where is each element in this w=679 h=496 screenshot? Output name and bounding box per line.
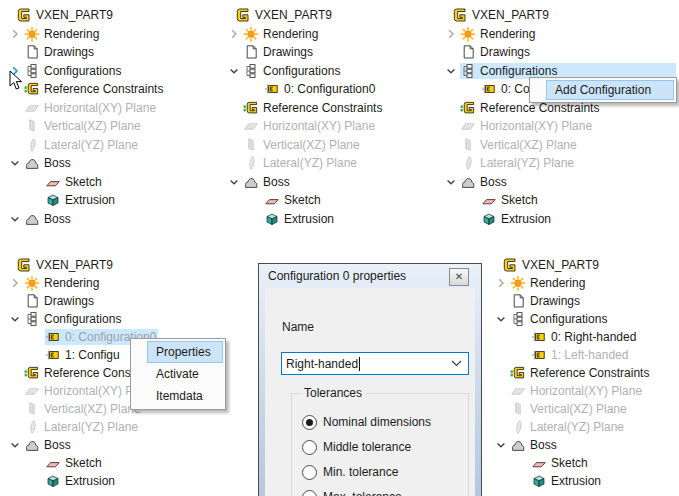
tree-row[interactable]: Rendering (490, 274, 651, 292)
chevron-expanded-icon[interactable] (6, 211, 24, 227)
tree-row[interactable]: Drawings (4, 43, 165, 62)
tree-row[interactable]: Boss (4, 436, 165, 454)
radio-option[interactable]: Min. tolerance (302, 464, 398, 480)
chevron-collapsed-icon[interactable] (225, 26, 243, 42)
tree-row[interactable]: Horizontal(XY) Plane (490, 382, 651, 400)
tree-row[interactable]: Lateral(YZ) Plane (490, 418, 651, 436)
tree-row[interactable]: Vertical(XZ) Plane (490, 400, 651, 418)
chevron-expanded-icon[interactable] (6, 437, 24, 453)
plane-v-icon (460, 137, 476, 153)
combo-chevron-icon[interactable] (451, 360, 462, 367)
radio-icon[interactable] (302, 465, 317, 480)
tree-row[interactable]: VXEN_PART9 (223, 6, 384, 25)
chevron-expanded-icon[interactable] (492, 437, 510, 453)
tree-row[interactable]: 0: Right-handed (490, 328, 651, 346)
tree-row[interactable]: Configurations (4, 310, 165, 328)
tree-item-label: Rendering (530, 276, 585, 290)
tree-row[interactable]: Reference Constraints (490, 364, 651, 382)
radio-icon[interactable] (302, 415, 317, 430)
tree-item-label: Extrusion (65, 193, 115, 207)
tree-row[interactable]: Sketch (440, 191, 676, 210)
chevron-collapsed-icon[interactable] (492, 275, 510, 291)
tree-item: Boss (24, 211, 73, 227)
menu-item[interactable]: Properties (147, 341, 223, 363)
tree-row[interactable]: Lateral(YZ) Plane (4, 418, 165, 436)
tree-row[interactable]: VXEN_PART9 (490, 256, 651, 274)
tree-row[interactable]: Boss (490, 436, 651, 454)
tree-row[interactable]: Vertical(XZ) Plane (4, 117, 165, 136)
chevron-expanded-icon[interactable] (6, 311, 24, 327)
tree-row[interactable]: VXEN_PART9 (4, 6, 165, 25)
chevron-collapsed-icon[interactable] (442, 26, 460, 42)
chevron-expanded-icon[interactable] (442, 174, 460, 190)
tree-row[interactable]: Lateral(YZ) Plane (4, 136, 165, 155)
tree-item-label: Vertical(XZ) Plane (44, 119, 141, 133)
tree-row[interactable]: Horizontal(XY) Plane (4, 99, 165, 118)
tree-row[interactable]: Lateral(YZ) Plane (223, 154, 384, 173)
tree-row[interactable]: Lateral(YZ) Plane (440, 154, 676, 173)
radio-option[interactable]: Nominal dimensions (302, 414, 431, 430)
tree-item: Drawings (243, 44, 315, 60)
cfgitem-icon (45, 347, 61, 363)
menu-item[interactable]: Add Configuration (546, 80, 674, 100)
tree-row[interactable]: Extrusion (4, 191, 165, 210)
radio-option[interactable]: Max. tolerance (302, 489, 402, 496)
tree-row[interactable]: Drawings (440, 43, 676, 62)
tree-row[interactable]: 0: Configuration0 (223, 80, 384, 99)
tree-row[interactable]: Extrusion (440, 210, 676, 229)
tree-item-label: Drawings (480, 45, 530, 59)
close-button[interactable]: ✕ (449, 268, 469, 286)
tree-row[interactable]: Boss (4, 154, 165, 173)
chevron-slot (442, 118, 460, 134)
tree-row[interactable]: Vertical(XZ) Plane (440, 136, 676, 155)
tree-row[interactable]: 1: Left-handed (490, 346, 651, 364)
radio-option[interactable]: Middle tolerance (302, 439, 411, 455)
tree-row[interactable]: Rendering (440, 25, 676, 44)
tree-row[interactable]: Configurations (490, 310, 651, 328)
name-combobox[interactable]: Right-handed (281, 352, 469, 375)
tree-row[interactable]: Boss (4, 210, 165, 229)
chevron-collapsed-icon[interactable] (6, 275, 24, 291)
chevron-expanded-icon[interactable] (492, 311, 510, 327)
tree-row[interactable]: Configurations (4, 62, 165, 81)
tree-row[interactable]: Rendering (223, 25, 384, 44)
tree-row[interactable]: Sketch (4, 173, 165, 192)
tree-item: Configurations (510, 311, 609, 327)
tree-row[interactable]: Rendering (4, 274, 165, 292)
menu-item[interactable]: Activate (147, 363, 223, 385)
tree-row[interactable]: Sketch (4, 454, 165, 472)
radio-label: Max. tolerance (323, 490, 402, 496)
chevron-expanded-icon[interactable] (225, 63, 243, 79)
tree-item: Boss (510, 437, 559, 453)
tree-row[interactable]: Rendering (4, 25, 165, 44)
tree-row[interactable]: Configurations (223, 62, 384, 81)
tree-row[interactable]: Boss (223, 173, 384, 192)
chevron-expanded-icon[interactable] (442, 63, 460, 79)
boss-icon (243, 174, 259, 190)
tree-row[interactable]: Extrusion (4, 472, 165, 490)
tree-row[interactable]: Horizontal(XY) Plane (440, 117, 676, 136)
tree-row[interactable]: Vertical(XZ) Plane (223, 136, 384, 155)
part-icon (235, 7, 251, 23)
tree-row[interactable]: Reference Constraints (223, 99, 384, 118)
tree-row[interactable]: Boss (440, 173, 676, 192)
tree-row[interactable]: Sketch (223, 191, 384, 210)
tree-row[interactable]: VXEN_PART9 (4, 256, 165, 274)
tree-row[interactable]: Drawings (223, 43, 384, 62)
chevron-expanded-icon[interactable] (6, 155, 24, 171)
chevron-expanded-icon[interactable] (225, 174, 243, 190)
tree-row[interactable]: Horizontal(XY) Plane (223, 117, 384, 136)
radio-icon[interactable] (302, 490, 317, 496)
tree-row[interactable]: Extrusion (223, 210, 384, 229)
menu-item[interactable]: Itemdata (147, 385, 223, 407)
tree-row[interactable]: Extrusion (490, 472, 651, 490)
tree-row[interactable]: Drawings (490, 292, 651, 310)
chevron-collapsed-icon[interactable] (6, 26, 24, 42)
tree-row[interactable]: Reference Constraints (4, 80, 165, 99)
tree-row[interactable]: Sketch (490, 454, 651, 472)
tree-item-label: Sketch (284, 193, 321, 207)
tree-item-label: Rendering (263, 27, 318, 41)
tree-row[interactable]: Drawings (4, 292, 165, 310)
tree-row[interactable]: VXEN_PART9 (440, 6, 676, 25)
radio-icon[interactable] (302, 440, 317, 455)
